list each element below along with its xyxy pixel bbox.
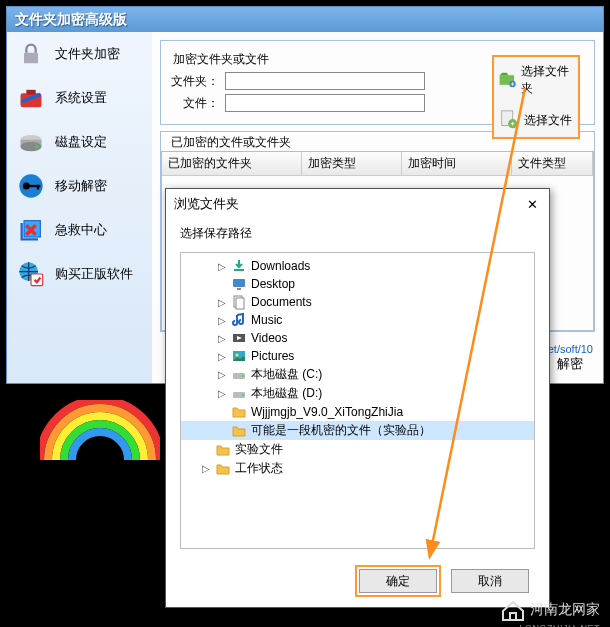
folder-icon [231, 423, 247, 439]
svg-rect-10 [37, 185, 39, 190]
disk-icon [17, 128, 45, 156]
expand-icon[interactable]: ▷ [217, 333, 227, 344]
expand-icon[interactable]: ▷ [201, 463, 211, 474]
svg-point-27 [242, 375, 244, 377]
table-header: 已加密的文件夹 加密类型 加密时间 文件类型 [162, 152, 593, 176]
column-header[interactable]: 已加密的文件夹 [162, 152, 302, 175]
tree-item-label: Downloads [251, 259, 310, 273]
select-buttons: 选择文件夹 选择文件 [492, 55, 580, 139]
fieldset-legend: 已加密的文件或文件夹 [167, 134, 295, 151]
svg-rect-19 [233, 279, 245, 287]
tree-item-label: Documents [251, 295, 312, 309]
decrypt-action[interactable]: 解密 [557, 355, 583, 373]
desktop-icon [231, 276, 247, 292]
tree-item[interactable]: 实验文件 [181, 440, 534, 459]
tree-item-label: 实验文件 [235, 441, 283, 458]
column-header[interactable]: 加密时间 [402, 152, 512, 175]
sidebar-item-label: 磁盘设定 [55, 133, 107, 151]
tree-item-label: Videos [251, 331, 287, 345]
sidebar-item-settings[interactable]: 系统设置 [7, 76, 152, 120]
drive-icon [231, 386, 247, 402]
tree-item-label: 本地磁盘 (C:) [251, 366, 322, 383]
tree-item[interactable]: ▷Downloads [181, 257, 534, 275]
svg-rect-13 [31, 274, 43, 286]
key-icon [17, 172, 45, 200]
expand-icon[interactable]: ▷ [217, 261, 227, 272]
titlebar: 文件夹加密高级版 [7, 7, 603, 32]
folder-select-icon [498, 69, 517, 91]
svg-rect-2 [26, 90, 35, 95]
sidebar: 文件夹加密 系统设置 磁盘设定 移动解密 急救中心 购买正版软件 [7, 32, 152, 383]
tree-item[interactable]: ▷本地磁盘 (D:) [181, 384, 534, 403]
tree-item[interactable]: Wjjjmgjb_V9.0_XiTongZhiJia [181, 403, 534, 421]
close-button[interactable]: ✕ [523, 195, 541, 213]
sidebar-item-disk[interactable]: 磁盘设定 [7, 120, 152, 164]
close-icon: ✕ [527, 197, 538, 212]
folder-icon [215, 442, 231, 458]
folder-label: 文件夹： [169, 73, 219, 90]
sidebar-item-mobile-decrypt[interactable]: 移动解密 [7, 164, 152, 208]
dialog-titlebar: 浏览文件夹 ✕ [166, 189, 549, 219]
encrypt-fieldset: 加密文件夹或文件 文件夹： 文件： 选择文件夹 选择文件 [160, 40, 595, 125]
tree-item[interactable]: ▷Videos [181, 329, 534, 347]
sidebar-item-rescue[interactable]: 急救中心 [7, 208, 152, 252]
svg-point-25 [236, 354, 239, 357]
lock-icon [17, 40, 45, 68]
expand-icon[interactable]: ▷ [217, 351, 227, 362]
tree-item-label: 可能是一段机密的文件（实验品） [251, 422, 431, 439]
download-icon [231, 258, 247, 274]
rainbow-decoration [40, 400, 160, 460]
folder-input[interactable] [225, 72, 425, 90]
svg-rect-0 [24, 53, 38, 64]
globe-icon [17, 260, 45, 288]
column-header[interactable]: 加密类型 [302, 152, 402, 175]
tree-item-label: Wjjjmgjb_V9.0_XiTongZhiJia [251, 405, 403, 419]
folder-icon [215, 461, 231, 477]
svg-point-6 [35, 145, 39, 149]
ok-button[interactable]: 确定 [359, 569, 437, 593]
svg-rect-22 [236, 298, 244, 309]
drive-icon [231, 367, 247, 383]
dialog-subtitle: 选择保存路径 [166, 219, 549, 252]
tree-item[interactable]: 可能是一段机密的文件（实验品） [181, 421, 534, 440]
cancel-button[interactable]: 取消 [451, 569, 529, 593]
tree-item[interactable]: ▷Documents [181, 293, 534, 311]
expand-icon[interactable]: ▷ [217, 369, 227, 380]
watermark: 河南龙网家 [500, 599, 600, 621]
column-header[interactable]: 文件类型 [512, 152, 593, 175]
tree-item[interactable]: ▷本地磁盘 (C:) [181, 365, 534, 384]
folder-icon [231, 404, 247, 420]
documents-icon [231, 294, 247, 310]
toolbox-icon [17, 84, 45, 112]
tree-item[interactable]: ▷Pictures [181, 347, 534, 365]
dialog-title: 浏览文件夹 [174, 195, 239, 213]
expand-icon[interactable]: ▷ [217, 297, 227, 308]
file-input[interactable] [225, 94, 425, 112]
expand-icon[interactable]: ▷ [217, 388, 227, 399]
tree-item[interactable]: Desktop [181, 275, 534, 293]
house-icon [500, 599, 526, 621]
videos-icon [231, 330, 247, 346]
file-label: 文件： [169, 95, 219, 112]
tree-item[interactable]: ▷工作状态 [181, 459, 534, 478]
svg-rect-20 [237, 288, 241, 290]
select-file-button[interactable]: 选择文件 [494, 103, 578, 137]
svg-point-29 [242, 394, 244, 396]
sidebar-item-label: 系统设置 [55, 89, 107, 107]
tree-item-label: 本地磁盘 (D:) [251, 385, 322, 402]
sidebar-item-label: 急救中心 [55, 221, 107, 239]
sidebar-item-buy[interactable]: 购买正版软件 [7, 252, 152, 296]
sidebar-item-label: 文件夹加密 [55, 45, 120, 63]
tree-item[interactable]: ▷Music [181, 311, 534, 329]
select-folder-button[interactable]: 选择文件夹 [494, 57, 578, 103]
tree-item-label: Music [251, 313, 282, 327]
pictures-icon [231, 348, 247, 364]
file-select-icon [498, 109, 520, 131]
tree-item-label: 工作状态 [235, 460, 283, 477]
expand-icon[interactable]: ▷ [217, 315, 227, 326]
svg-rect-31 [510, 613, 516, 620]
browse-folder-dialog: 浏览文件夹 ✕ 选择保存路径 ▷DownloadsDesktop▷Documen… [165, 188, 550, 608]
folder-tree[interactable]: ▷DownloadsDesktop▷Documents▷Music▷Videos… [180, 252, 535, 549]
sidebar-item-encrypt[interactable]: 文件夹加密 [7, 32, 152, 76]
fieldset-legend: 加密文件夹或文件 [169, 51, 273, 68]
